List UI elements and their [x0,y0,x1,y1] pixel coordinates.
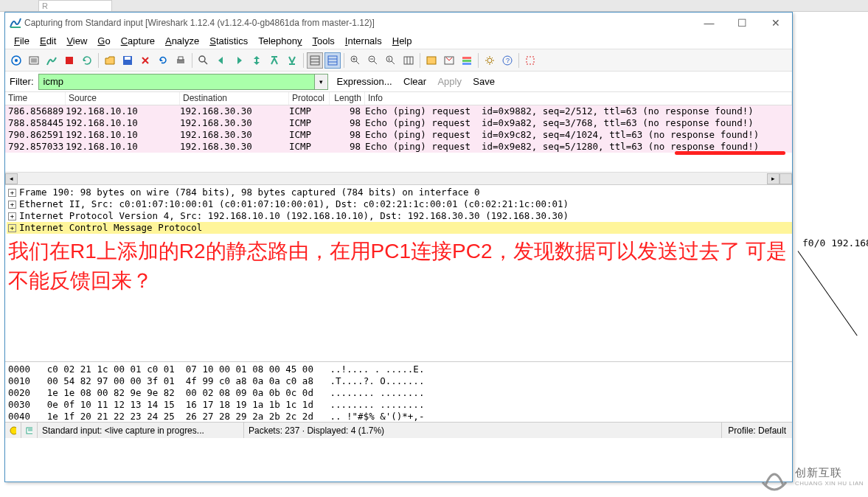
go-to-packet-icon[interactable] [249,52,265,69]
expand-icon[interactable]: + [8,224,16,232]
menu-capture[interactable]: Capture [117,34,159,48]
filter-apply[interactable]: Apply [433,76,466,87]
menu-go[interactable]: Go [93,34,114,48]
svg-point-21 [487,58,492,63]
menu-internals[interactable]: Internals [341,34,386,48]
go-first-icon[interactable] [266,52,282,69]
menu-statistics[interactable]: Statistics [205,34,252,48]
col-protocol[interactable]: Protocol [289,92,330,105]
auto-scroll-icon[interactable] [324,52,341,69]
app-icon [10,17,21,29]
zoom-reset-icon[interactable]: 1 [383,52,399,69]
svg-rect-16 [427,57,436,64]
close-file-icon[interactable] [137,52,153,69]
window-title: Capturing from Standard input [Wireshark… [24,18,375,28]
filter-input[interactable] [38,74,315,90]
zoom-out-icon[interactable] [365,52,381,69]
detail-frame[interactable]: +Frame 190: 98 bytes on wire (784 bits),… [7,187,792,198]
svg-rect-9 [310,56,319,65]
filter-dropdown[interactable]: ▾ [315,74,328,90]
packet-list-header[interactable]: Time Source Destination Protocol Length … [5,92,792,105]
coloring-rules-icon[interactable] [459,52,475,69]
menu-view[interactable]: View [62,34,91,48]
help-icon[interactable]: ? [499,52,515,69]
scroll-left-icon[interactable]: ◂ [5,173,18,184]
col-length[interactable]: Length [330,92,365,105]
watermark-logo: 创新互联 CHUANG XIN HU LIAN [758,460,864,493]
hex-dump[interactable]: 0000 c0 02 21 1c 00 01 c0 01 07 10 00 01… [5,361,792,422]
maximize-button[interactable]: ☐ [726,13,759,33]
expand-icon[interactable]: + [8,201,16,209]
preferences-icon[interactable] [482,52,498,69]
edit-capture-comment-icon[interactable] [21,423,38,438]
statusbar: Standard input: <live capture in progres… [5,422,792,438]
packet-row[interactable]: 786.856889192.168.10.10192.168.30.30ICMP… [5,105,792,117]
menu-analyze[interactable]: Analyze [161,34,204,48]
packet-list[interactable]: Time Source Destination Protocol Length … [5,92,792,172]
logo-subtext: CHUANG XIN HU LIAN [795,480,864,487]
scroll-right-icon[interactable]: ▸ [767,173,780,184]
col-destination[interactable]: Destination [180,92,289,105]
menu-telephony[interactable]: Telephony [254,34,306,48]
scroll-corner [780,173,792,184]
options-icon[interactable] [26,52,42,69]
save-icon[interactable] [119,52,136,69]
packet-row[interactable]: 792.857033192.168.10.10192.168.30.30ICMP… [5,141,792,153]
logo-text: 创新互联 [795,466,864,480]
zoom-in-icon[interactable] [347,52,364,69]
status-profile[interactable]: Profile: Default [722,424,792,437]
menubar: File Edit View Go Capture Analyze Statis… [5,33,792,49]
titlebar[interactable]: Capturing from Standard input [Wireshark… [5,13,792,33]
filter-save[interactable]: Save [468,76,499,87]
open-icon[interactable] [102,52,118,69]
col-time[interactable]: Time [5,92,66,105]
detail-ip[interactable]: +Internet Protocol Version 4, Src: 192.1… [7,210,792,222]
svg-rect-15 [404,57,413,64]
menu-tools[interactable]: Tools [308,34,339,48]
topology-label: f0/0 192.168.3 [802,237,868,248]
resize-columns-icon[interactable] [400,52,417,69]
display-filters-icon[interactable] [441,52,457,69]
capture-filters-icon[interactable] [423,52,440,69]
restart-capture-icon[interactable] [79,52,95,69]
interfaces-icon[interactable] [8,52,24,69]
col-source[interactable]: Source [66,92,180,105]
colorize-icon[interactable] [307,52,323,69]
svg-point-1 [15,59,18,62]
packet-row[interactable]: 790.862591192.168.10.10192.168.30.30ICMP… [5,129,792,141]
expand-icon[interactable]: + [8,212,16,220]
go-last-icon[interactable] [284,52,300,69]
find-icon[interactable] [195,52,212,69]
expert-info-icon[interactable] [5,423,21,438]
detail-ethernet[interactable]: +Ethernet II, Src: c0:01:07:10:00:01 (c0… [7,198,792,210]
svg-rect-19 [462,60,471,62]
svg-rect-5 [125,57,131,60]
col-info[interactable]: Info [365,92,792,105]
close-button[interactable]: ✕ [759,13,792,33]
filter-label: Filter: [10,76,34,87]
scroll-track[interactable] [18,173,767,184]
wireshark-window: Capturing from Standard input [Wireshark… [4,12,793,482]
menu-edit[interactable]: Edit [35,34,60,48]
go-forward-icon[interactable] [231,52,247,69]
expand-icon[interactable]: + [8,189,16,197]
go-back-icon[interactable] [213,52,229,69]
filter-expression[interactable]: Expression... [333,76,397,87]
extra-tool-icon[interactable] [522,52,538,69]
red-underline [675,151,785,155]
menu-file[interactable]: File [10,34,34,48]
reload-icon[interactable] [155,52,171,69]
topology-line [798,251,858,336]
minimize-button[interactable]: — [692,13,726,33]
filter-clear[interactable]: Clear [399,76,431,87]
packet-list-scrollbar[interactable]: ◂ ▸ [5,172,792,184]
print-icon[interactable] [173,52,189,69]
packet-row[interactable]: 788.858445192.168.10.10192.168.30.30ICMP… [5,117,792,129]
filter-bar: Filter: ▾ Expression... Clear Apply Save [5,72,792,92]
detail-icmp[interactable]: +Internet Control Message Protocol [7,222,792,234]
stop-capture-icon[interactable] [61,52,77,69]
start-capture-icon[interactable] [44,52,60,69]
packet-details[interactable]: +Frame 190: 98 bytes on wire (784 bits),… [5,184,792,361]
menu-help[interactable]: Help [388,34,417,48]
svg-text:?: ? [506,57,510,64]
